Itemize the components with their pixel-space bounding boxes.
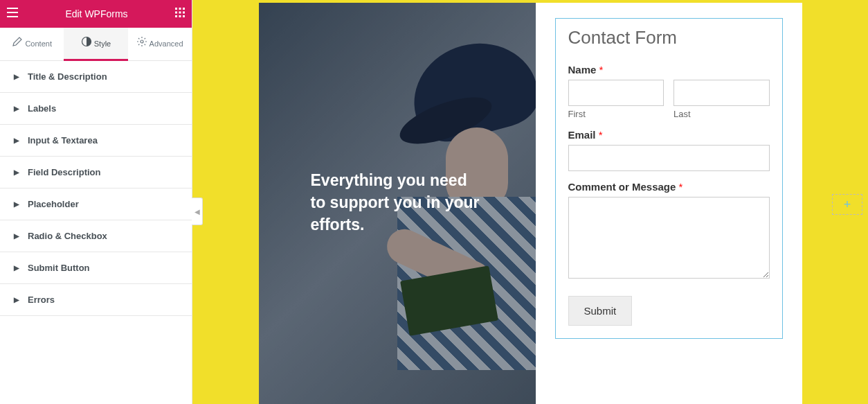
section-label: Radio & Checkbox	[28, 231, 107, 241]
chevron-left-icon: ◀	[195, 208, 200, 216]
message-label: Comment or Message *	[568, 181, 770, 193]
tab-label: Style	[94, 39, 111, 48]
apps-grid-icon[interactable]	[175, 8, 185, 20]
name-label: Name *	[568, 64, 770, 76]
svg-rect-2	[183, 8, 185, 10]
tab-label: Advanced	[150, 39, 183, 48]
tab-content[interactable]: Content	[0, 28, 64, 60]
svg-rect-7	[179, 15, 181, 17]
hero-column[interactable]: Everything you need to support you in yo…	[259, 3, 536, 404]
first-name-input[interactable]	[568, 80, 664, 106]
sidebar-header: Edit WPForms	[0, 0, 192, 28]
message-textarea[interactable]	[568, 197, 770, 279]
message-field-group: Comment or Message *	[568, 181, 770, 281]
section-title-description[interactable]: ▶ Title & Description	[0, 61, 192, 93]
section-label: Title & Description	[28, 71, 107, 82]
section-input-textarea[interactable]: ▶ Input & Textarea	[0, 125, 192, 157]
section-labels[interactable]: ▶ Labels	[0, 93, 192, 125]
email-input[interactable]	[568, 145, 770, 171]
page-content: Everything you need to support you in yo…	[259, 3, 802, 404]
svg-rect-5	[183, 12, 185, 14]
name-field-group: Name * First Last	[568, 64, 770, 119]
section-submit-button[interactable]: ▶ Submit Button	[0, 252, 192, 284]
style-sections: ▶ Title & Description ▶ Labels ▶ Input &…	[0, 61, 192, 404]
last-sublabel: Last	[673, 109, 770, 119]
email-field-group: Email *	[568, 129, 770, 171]
sidebar-title: Edit WPForms	[65, 8, 127, 19]
add-section-right[interactable]: +	[832, 194, 862, 215]
section-label: Errors	[28, 295, 55, 305]
caret-right-icon: ▶	[14, 264, 19, 272]
caret-right-icon: ▶	[14, 105, 19, 112]
form-title: Contact Form	[568, 27, 770, 49]
caret-right-icon: ▶	[14, 232, 19, 240]
svg-point-10	[141, 40, 143, 43]
pencil-icon	[12, 36, 23, 51]
contrast-icon	[81, 36, 92, 51]
required-mark: *	[599, 129, 603, 141]
gear-icon	[136, 36, 147, 51]
section-radio-checkbox[interactable]: ▶ Radio & Checkbox	[0, 220, 192, 252]
sidebar-collapse-handle[interactable]: ◀	[192, 197, 203, 225]
editor-sidebar: Edit WPForms Content Style	[0, 0, 192, 404]
caret-right-icon: ▶	[14, 200, 19, 208]
form-column[interactable]: Contact Form Name * First	[536, 3, 802, 404]
section-label: Field Description	[28, 167, 100, 177]
svg-rect-0	[175, 8, 177, 10]
tab-label: Content	[25, 39, 52, 48]
required-mark: *	[599, 64, 604, 76]
submit-button[interactable]: Submit	[568, 296, 633, 326]
section-label: Submit Button	[28, 263, 90, 273]
section-errors[interactable]: ▶ Errors	[0, 284, 192, 316]
contact-form-widget: Contact Form Name * First	[555, 18, 783, 339]
hero-heading: Everything you need to support you in yo…	[259, 169, 536, 236]
editor-tabs: Content Style Advanced	[0, 28, 192, 61]
svg-rect-4	[179, 12, 181, 14]
app-root: Edit WPForms Content Style	[0, 0, 868, 404]
required-mark: *	[679, 181, 683, 193]
tab-advanced[interactable]: Advanced	[128, 28, 192, 60]
tab-style[interactable]: Style	[64, 28, 127, 60]
svg-rect-1	[179, 8, 181, 10]
plus-icon: +	[844, 197, 851, 212]
caret-right-icon: ▶	[14, 296, 19, 304]
email-label: Email *	[568, 129, 770, 141]
first-sublabel: First	[568, 109, 664, 119]
svg-rect-8	[183, 15, 185, 17]
section-label: Input & Textarea	[28, 135, 98, 146]
section-label: Labels	[28, 103, 56, 114]
section-placeholder[interactable]: ▶ Placeholder	[0, 188, 192, 220]
menu-icon[interactable]	[7, 8, 18, 20]
section-label: Placeholder	[28, 199, 79, 209]
caret-right-icon: ▶	[14, 168, 19, 176]
last-name-input[interactable]	[673, 80, 770, 106]
caret-right-icon: ▶	[14, 137, 19, 144]
caret-right-icon: ▶	[14, 73, 19, 80]
svg-rect-3	[175, 12, 177, 14]
editor-canvas: + Everything you need to support you in …	[192, 0, 868, 404]
section-field-description[interactable]: ▶ Field Description	[0, 157, 192, 188]
svg-rect-6	[175, 15, 177, 17]
